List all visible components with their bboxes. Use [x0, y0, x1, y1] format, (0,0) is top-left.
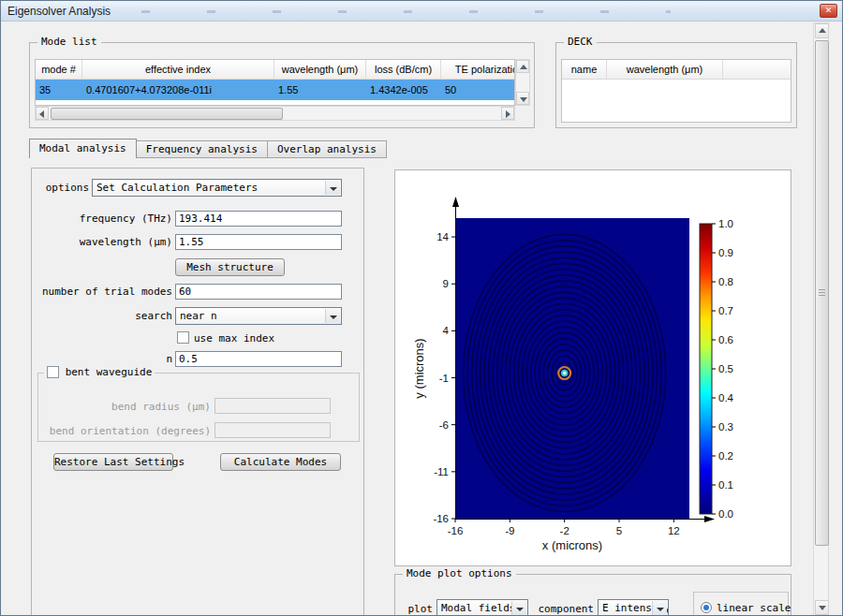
mode-list-column-header[interactable]: TE polarization fra — [441, 60, 514, 79]
y-tick-label: 9 — [443, 278, 449, 289]
deck-column-header[interactable]: name — [562, 60, 607, 79]
x-axis-arrow-icon — [704, 516, 715, 522]
scroll-down-button[interactable] — [516, 92, 529, 105]
mode-list-selected-row[interactable]: 350.4701607+4.073208e-011i1.551.4342e-00… — [36, 80, 514, 100]
window-title: Eigensolver Analysis — [7, 5, 111, 18]
bent-waveguide-header: bent waveguide — [44, 366, 155, 378]
scroll-right-button[interactable] — [501, 107, 514, 120]
n-input[interactable] — [175, 351, 342, 367]
scroll-up-button[interactable] — [516, 60, 529, 73]
bent-waveguide-checkbox[interactable] — [47, 366, 59, 378]
frequency-input[interactable] — [175, 211, 342, 227]
plot-label: plot — [403, 603, 433, 615]
component-combo[interactable]: E intensity — [598, 599, 669, 616]
linear-scale-radio[interactable] — [701, 602, 712, 613]
mode-list-cell: 50 — [441, 80, 514, 100]
colorbar-tick-label: 0.9 — [718, 247, 733, 258]
dialog-scroll-up-button[interactable] — [815, 23, 829, 38]
mode-list-cell: 35 — [36, 80, 82, 100]
mode-list-column-header[interactable]: loss (dB/cm) — [366, 60, 441, 79]
mode-list-vertical-scrollbar[interactable] — [515, 59, 530, 106]
mode-list-column-header[interactable]: mode # — [36, 60, 82, 79]
search-combo[interactable]: near n — [175, 307, 342, 325]
mode-list-cell: 1.55 — [274, 80, 366, 100]
chevron-down-icon — [652, 601, 667, 615]
deck-header-row: namewavelength (μm) — [562, 60, 791, 80]
wavelength-input[interactable] — [175, 234, 342, 250]
calculate-modes-button[interactable]: Calculate Modes — [220, 453, 341, 471]
mode-list-group: Mode list mode #effective indexwavelengt… — [29, 42, 535, 128]
dialog-scroll-down-button[interactable] — [815, 600, 829, 615]
restore-last-settings-button[interactable]: Restore Last Settings — [53, 453, 173, 471]
arrow-down-icon — [520, 97, 527, 102]
search-label: search — [32, 310, 172, 322]
mesh-structure-button[interactable]: Mesh structure — [175, 258, 285, 276]
y-axis-arrow-icon — [452, 197, 459, 207]
scale-options-box: linear scale — [693, 592, 789, 616]
horizontal-scroll-thumb[interactable] — [51, 108, 283, 120]
colorbar-tick-label: 0.2 — [718, 450, 733, 462]
eigensolver-analysis-dialog: Eigensolver Analysis ✕ Mode list mode #e… — [0, 0, 843, 616]
mode-plot-options-label: Mode plot options — [403, 567, 516, 579]
mode-list-table[interactable]: mode #effective indexwavelength (μm)loss… — [35, 59, 515, 106]
frequency-label: frequency (THz) — [32, 213, 172, 225]
arrow-left-icon — [39, 110, 44, 118]
wavelength-label: wavelength (μm) — [32, 236, 172, 248]
mode-list-group-label: Mode list — [37, 36, 101, 48]
close-button[interactable]: ✕ — [820, 4, 837, 18]
bend-radius-input — [214, 398, 331, 414]
x-tick-label: 5 — [616, 525, 622, 536]
y-tick-label: -16 — [433, 513, 449, 524]
mode-list-horizontal-scrollbar[interactable] — [35, 106, 515, 121]
search-combo-value: near n — [180, 310, 217, 322]
options-combo[interactable]: Set Calculation Parameters — [92, 179, 342, 197]
colorbar — [700, 224, 712, 514]
scroll-left-button[interactable] — [36, 107, 49, 120]
x-tick-label: -9 — [505, 525, 514, 536]
calculate-modes-label: Calculate Modes — [234, 456, 327, 468]
y-tick-label: -6 — [439, 419, 449, 431]
y-tick-label: -1 — [439, 373, 449, 384]
chevron-down-icon — [325, 309, 340, 323]
arrow-up-icon — [520, 65, 527, 69]
y-tick-label: -11 — [434, 466, 449, 477]
plot-combo[interactable]: Modal fields — [436, 599, 528, 616]
colorbar-tick-label: 0.6 — [718, 334, 733, 345]
tab-modal-analysis[interactable]: Modal analysis — [29, 139, 137, 158]
arrow-down-icon — [819, 606, 826, 610]
mode-list-header-row: mode #effective indexwavelength (μm)loss… — [36, 60, 514, 80]
modal-analysis-panel: options Set Calculation Parameters frequ… — [31, 168, 364, 616]
y-axis-label: y (microns) — [412, 338, 426, 398]
restore-last-settings-label: Restore Last Settings — [54, 456, 185, 468]
dialog-scroll-thumb[interactable] — [815, 40, 829, 546]
chevron-down-icon — [511, 601, 526, 615]
y-tick-label: 4 — [443, 325, 450, 336]
bend-orientation-label: bend orientation (degrees) — [38, 425, 211, 437]
plot-combo-value: Modal fields — [441, 602, 515, 614]
tab-frequency-analysis[interactable]: Frequency analysis — [137, 140, 268, 158]
deck-table[interactable]: namewavelength (μm) — [561, 59, 791, 123]
bent-waveguide-group: bent waveguide bend radius (μm) bend ori… — [37, 373, 360, 442]
arrow-up-icon — [819, 28, 826, 33]
tab-bar: Modal analysisFrequency analysisOverlap … — [29, 139, 387, 158]
x-tick-label: -16 — [448, 525, 464, 536]
bent-waveguide-label: bent waveguide — [66, 366, 153, 378]
mode-plot-options-group: Mode plot options plot Modal fields comp… — [394, 574, 791, 616]
use-max-index-checkbox[interactable] — [177, 331, 189, 344]
colorbar-tick-label: 0.8 — [718, 276, 733, 287]
title-bar[interactable]: Eigensolver Analysis ✕ — [1, 1, 842, 22]
trial-modes-input[interactable] — [175, 284, 342, 300]
dialog-vertical-scrollbar[interactable] — [813, 22, 829, 616]
mode-list-cell: 0.4701607+4.073208e-011i — [82, 80, 274, 100]
deck-group-label: DECK — [564, 36, 597, 48]
tab-overlap-analysis[interactable]: Overlap analysis — [268, 140, 387, 158]
options-label: options — [32, 182, 89, 194]
deck-column-header[interactable]: wavelength (μm) — [607, 60, 723, 79]
x-tick-label: -2 — [560, 525, 569, 536]
colorbar-tick-label: 0.5 — [718, 363, 733, 374]
mode-plot-svg: 1494-1-6-11-16-16-9-2512x (microns)y (mi… — [395, 170, 791, 565]
mode-list-column-header[interactable]: wavelength (μm) — [274, 60, 366, 79]
colorbar-tick-label: 0.1 — [718, 479, 733, 491]
mode-list-column-header[interactable]: effective index — [82, 60, 274, 79]
x-axis-label: x (microns) — [542, 538, 602, 552]
